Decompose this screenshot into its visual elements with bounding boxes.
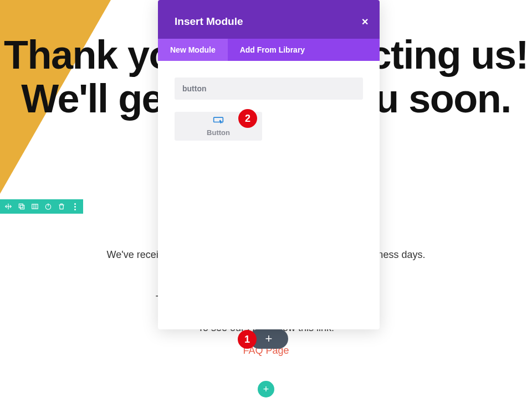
svg-rect-4 — [214, 117, 223, 122]
power-icon[interactable] — [44, 203, 52, 210]
plus-icon: + — [263, 384, 269, 394]
tab-add-from-library[interactable]: Add From Library — [228, 39, 317, 61]
modal-body: Button — [158, 61, 380, 329]
module-item-label: Button — [207, 128, 230, 137]
annotation-badge-1: 1 — [238, 330, 257, 349]
modal-header: Insert Module ✕ — [158, 0, 380, 39]
plus-icon: + — [265, 332, 273, 346]
modal-title: Insert Module — [175, 16, 243, 28]
trash-icon[interactable] — [58, 203, 65, 210]
modal-tabs: New Module Add From Library — [158, 39, 380, 61]
module-grid: Button — [175, 112, 363, 141]
annotation-badge-2: 2 — [238, 109, 257, 128]
button-icon — [213, 116, 224, 127]
duplicate-icon[interactable] — [18, 203, 25, 210]
close-icon[interactable]: ✕ — [361, 1, 369, 27]
svg-rect-2 — [32, 204, 38, 209]
add-section-button[interactable]: + — [258, 381, 274, 397]
move-icon[interactable] — [4, 203, 12, 210]
insert-module-modal: Insert Module ✕ New Module Add From Libr… — [158, 0, 380, 329]
svg-rect-0 — [19, 204, 23, 208]
tab-new-module[interactable]: New Module — [158, 39, 228, 61]
svg-rect-1 — [21, 205, 24, 209]
section-toolbar[interactable] — [0, 199, 83, 214]
more-icon[interactable] — [71, 203, 79, 210]
columns-icon[interactable] — [31, 203, 39, 210]
module-search-input[interactable] — [175, 78, 363, 100]
